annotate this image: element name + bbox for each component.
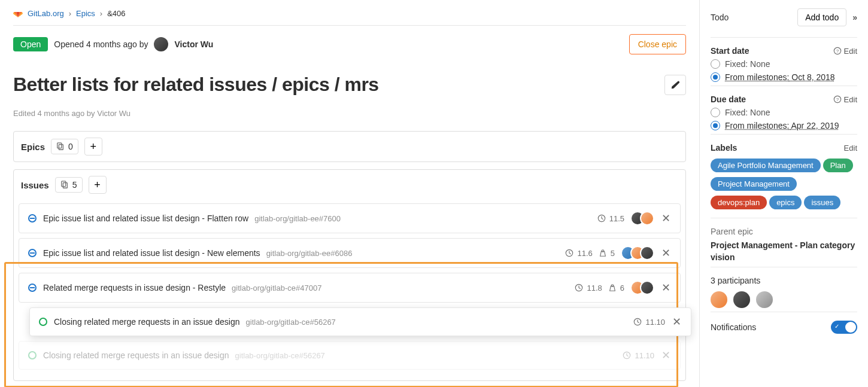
clock-icon [633, 318, 642, 326]
breadcrumb-section[interactable]: Epics [76, 9, 95, 18]
label-pill[interactable]: Plan [823, 159, 853, 172]
todo-label: Todo [711, 13, 729, 22]
parent-epic-label: Parent epic [711, 227, 857, 236]
edit-title-button[interactable] [664, 75, 686, 95]
add-issue-button[interactable]: + [89, 176, 107, 194]
breadcrumb-org[interactable]: GitLab.org [28, 9, 64, 18]
label-pill[interactable]: Agile Portfolio Management [711, 159, 821, 172]
start-date-group: Start date ? Edit Fixed: None From miles… [711, 37, 857, 82]
weight: 5 [611, 249, 615, 258]
assignees[interactable] [630, 281, 654, 295]
start-date-fixed-radio[interactable]: Fixed: None [711, 59, 857, 69]
svg-point-10 [602, 250, 604, 252]
status-badge: Open [13, 37, 48, 51]
milestone: 11.10 [645, 318, 665, 327]
clock-icon [575, 284, 583, 292]
avatar[interactable] [154, 37, 168, 51]
assignees[interactable] [621, 246, 654, 260]
due-date-milestones-radio[interactable]: From milestones: Apr 22, 2019 [711, 121, 857, 130]
help-icon: ? [833, 95, 842, 103]
avatar [640, 211, 654, 226]
due-date-group: Due date ? Edit Fixed: None From milesto… [711, 86, 857, 130]
epics-count: 0 [51, 139, 78, 154]
svg-rect-0 [57, 143, 62, 148]
assignees[interactable] [630, 211, 654, 226]
label-pill[interactable]: epics [769, 196, 802, 209]
issue-row[interactable]: Epic issue list and related issue list d… [19, 203, 681, 233]
label-pill[interactable]: issues [804, 196, 840, 209]
milestone: 11.8 [587, 284, 602, 292]
svg-point-14 [611, 285, 614, 287]
radio-icon [711, 72, 720, 82]
issues-list: Epic issue list and related issue list d… [14, 200, 685, 380]
radio-icon [711, 121, 720, 130]
parent-epic-link[interactable]: Project Management - Plan category visio… [711, 240, 857, 263]
remove-issue-button[interactable]: ✕ [660, 212, 672, 225]
breadcrumb-sep: › [100, 9, 102, 18]
labels-edit[interactable]: Edit [844, 144, 857, 153]
due-date-fixed-radio[interactable]: Fixed: None [711, 108, 857, 117]
remove-issue-button[interactable]: ✕ [660, 246, 672, 260]
due-date-label: Due date [711, 95, 746, 104]
breadcrumb: GitLab.org › Epics › &406 [13, 8, 686, 25]
participant-avatar[interactable] [711, 291, 727, 308]
issue-confidential-icon [28, 214, 37, 223]
svg-rect-1 [59, 145, 63, 150]
issue-title: Closing related merge requests in an iss… [54, 317, 240, 327]
svg-point-17 [29, 352, 36, 359]
issue-row[interactable]: Related merge requests in issue design -… [19, 273, 681, 303]
clock-icon [565, 249, 573, 257]
remove-issue-button[interactable]: ✕ [671, 315, 682, 328]
avatar [640, 246, 654, 260]
label-pill[interactable]: Project Management [711, 177, 797, 191]
remove-issue-button[interactable]: ✕ [660, 281, 672, 294]
radio-icon [711, 108, 720, 117]
start-date-label: Start date [711, 46, 749, 56]
notifications-group: Notifications ✓ [711, 312, 857, 334]
parent-epic-group: Parent epic Project Management - Plan ca… [711, 218, 857, 263]
start-date-edit[interactable]: ? Edit [833, 47, 857, 56]
svg-point-15 [40, 318, 47, 325]
label-pill[interactable]: devops:plan [711, 196, 767, 209]
add-epic-button[interactable]: + [84, 138, 102, 156]
notifications-toggle[interactable]: ✓ [831, 321, 857, 334]
labels-label: Labels [711, 143, 737, 153]
milestone: 11.5 [609, 214, 624, 223]
svg-rect-12 [30, 287, 35, 288]
issue-row-placeholder: Closing related merge requests in an iss… [19, 341, 681, 370]
gitlab-icon [13, 8, 23, 18]
issues-count-value: 5 [72, 180, 77, 190]
svg-text:?: ? [836, 97, 839, 102]
edited-text: Edited 4 months ago by Victor Wu [13, 96, 686, 131]
issue-ref: gitlab-org/gitlab-ce#56267 [246, 318, 336, 327]
help-icon: ? [833, 47, 842, 55]
participant-avatar[interactable] [756, 291, 773, 308]
issue-title: Closing related merge requests in an iss… [43, 351, 229, 360]
issue-title: Related merge requests in issue design -… [43, 283, 226, 292]
svg-rect-8 [30, 252, 35, 254]
epic-title: Better lists for related issues / epics … [13, 74, 379, 96]
issue-row-dragging[interactable]: Closing related merge requests in an iss… [29, 307, 691, 336]
epics-count-value: 0 [68, 142, 73, 151]
issue-count-icon [60, 181, 69, 189]
svg-text:?: ? [836, 48, 839, 54]
breadcrumb-sep: › [69, 9, 71, 18]
issue-ref: gitlab-org/gitlab-ee#6086 [266, 249, 353, 258]
participant-avatar[interactable] [733, 291, 750, 308]
weight-icon [608, 284, 617, 292]
avatar [640, 281, 654, 295]
add-todo-button[interactable]: Add todo [797, 8, 846, 26]
issues-panel-title: Issues [21, 180, 49, 190]
svg-rect-3 [63, 183, 67, 188]
author-link[interactable]: Victor Wu [174, 39, 213, 49]
start-date-milestones-radio[interactable]: From milestones: Oct 8, 2018 [711, 72, 857, 82]
remove-issue-button[interactable]: ✕ [660, 349, 672, 362]
collapse-sidebar-button[interactable]: » [852, 13, 857, 22]
milestone: 11.6 [577, 249, 592, 258]
close-epic-button[interactable]: Close epic [629, 34, 686, 54]
issue-row[interactable]: Epic issue list and related issue list d… [19, 238, 681, 268]
due-date-edit[interactable]: ? Edit [833, 95, 857, 104]
issue-open-icon [38, 317, 48, 327]
participants-group: 3 participants [711, 267, 857, 308]
milestone: 11.10 [635, 351, 654, 360]
